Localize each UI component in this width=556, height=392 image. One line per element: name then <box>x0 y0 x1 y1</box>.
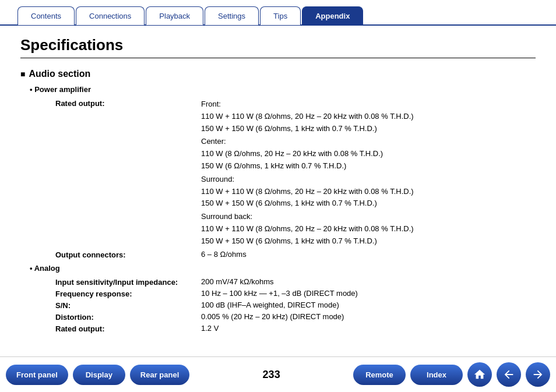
spec-row-input-sensitivity: Input sensitivity/Input impedance: 200 m… <box>20 276 536 288</box>
frequency-response-value: 10 Hz – 100 kHz — +1, –3 dB (DIRECT mode… <box>195 288 536 299</box>
display-button[interactable]: Display <box>73 365 125 385</box>
tab-appendix[interactable]: Appendix <box>302 6 363 25</box>
spec-row-rated-output2: Rated output: 1.2 V <box>20 323 536 334</box>
main-content: Specifications Audio section Power ampli… <box>0 26 556 392</box>
tab-tips[interactable]: Tips <box>260 6 301 25</box>
tab-contents[interactable]: Contents <box>17 6 75 25</box>
home-button[interactable] <box>467 362 492 387</box>
back-button[interactable] <box>497 362 521 387</box>
page-number: 233 <box>194 369 349 381</box>
back-arrow-icon <box>502 368 515 381</box>
distortion-label: Distortion: <box>20 311 195 323</box>
home-icon <box>473 368 486 381</box>
spec-table: Rated output: Front: 110 W + 110 W (8 Ω/… <box>20 97 536 260</box>
frequency-response-label: Frequency response: <box>20 288 195 299</box>
spec-row-rated-output: Rated output: Front: 110 W + 110 W (8 Ω/… <box>20 97 536 249</box>
top-tabs: Contents Connections Playback Settings T… <box>0 0 556 26</box>
spec-row-distortion: Distortion: 0.005 % (20 Hz – 20 kHz) (DI… <box>20 311 536 323</box>
tab-playback[interactable]: Playback <box>146 6 203 25</box>
spec-row-sn: S/N: 100 dB (IHF–A weighted, DIRECT mode… <box>20 299 536 311</box>
forward-button[interactable] <box>526 362 550 387</box>
input-sensitivity-label: Input sensitivity/Input impedance: <box>20 276 195 288</box>
distortion-value: 0.005 % (20 Hz – 20 kHz) (DIRECT mode) <box>195 311 536 323</box>
spec-row-frequency-response: Frequency response: 10 Hz – 100 kHz — +1… <box>20 288 536 299</box>
sn-label: S/N: <box>20 299 195 311</box>
page-title: Specifications <box>20 36 536 58</box>
input-sensitivity-value: 200 mV/47 kΩ/kohms <box>195 276 536 288</box>
rated-output2-value: 1.2 V <box>195 323 536 334</box>
forward-arrow-icon <box>532 368 544 381</box>
bottom-nav: Front panel Display Rear panel 233 Remot… <box>0 356 556 392</box>
rear-panel-button[interactable]: Rear panel <box>130 365 189 385</box>
rated-output-values: Front: 110 W + 110 W (8 Ω/ohms, 20 Hz – … <box>195 97 536 249</box>
spec-row-output-connectors: Output connectors: 6 – 8 Ω/ohms <box>20 249 536 260</box>
tab-connections[interactable]: Connections <box>76 6 145 25</box>
spec-table-analog: Input sensitivity/Input impedance: 200 m… <box>20 276 536 334</box>
subsection-analog: Analog <box>30 264 536 273</box>
rated-output2-label: Rated output: <box>20 323 195 334</box>
index-button[interactable]: Index <box>410 365 463 385</box>
subsection-power-amplifier: Power amplifier <box>30 85 536 94</box>
remote-button[interactable]: Remote <box>353 365 406 385</box>
output-connectors-value: 6 – 8 Ω/ohms <box>195 249 536 260</box>
sn-value: 100 dB (IHF–A weighted, DIRECT mode) <box>195 299 536 311</box>
output-connectors-label: Output connectors: <box>20 249 195 260</box>
front-panel-button[interactable]: Front panel <box>6 365 68 385</box>
rated-output-label: Rated output: <box>20 97 195 249</box>
tab-settings[interactable]: Settings <box>205 6 259 25</box>
section-heading-audio: Audio section <box>20 69 536 79</box>
